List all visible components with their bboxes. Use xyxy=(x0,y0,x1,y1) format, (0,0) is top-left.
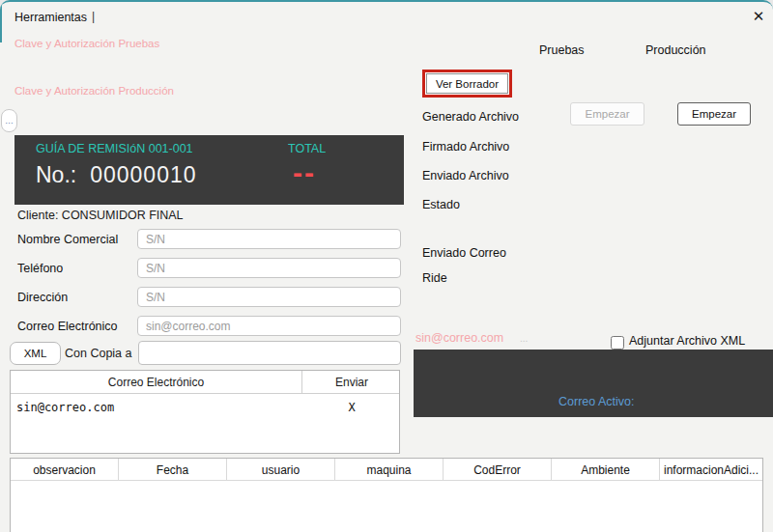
ver-borrador-highlight-box: Ver Borrador xyxy=(422,70,512,98)
xml-button[interactable]: XML xyxy=(10,342,61,365)
label-con-copia-a: Con Copia a xyxy=(65,347,132,360)
status-enviado-correo: Enviado Correo xyxy=(422,246,506,260)
input-con-copia-a[interactable] xyxy=(138,341,401,365)
menu-herramientas[interactable]: Herramientas xyxy=(14,11,87,24)
herramientas-window: Herramientas | ✕ Clave y Autorización Pr… xyxy=(0,0,773,532)
column-header-produccion: Producción xyxy=(645,43,706,57)
email-table-header: Correo Electrónico Enviar xyxy=(11,371,399,394)
menu-separator: | xyxy=(92,10,95,23)
correo-activo-label: Correo Activo: xyxy=(558,395,635,408)
correo-activo-panel: Correo Activo: xyxy=(414,350,773,417)
log-header-fecha[interactable]: Fecha xyxy=(119,459,227,481)
document-summary-panel: GUÍA DE REMISIóN 001-001 TOTAL No.:00000… xyxy=(14,135,404,205)
input-telefono[interactable] xyxy=(137,258,401,278)
column-header-pruebas: Pruebas xyxy=(539,43,585,57)
window-accent-border xyxy=(0,2,2,42)
log-header-maquina[interactable]: maquina xyxy=(335,459,444,481)
empezar-produccion-button[interactable]: Empezar xyxy=(677,102,751,126)
total-value: -- xyxy=(293,156,316,189)
adjuntar-xml-checkbox[interactable] xyxy=(611,336,624,350)
input-correo-electronico[interactable] xyxy=(137,316,401,336)
label-correo-electronico: Correo Electrónico xyxy=(17,320,118,333)
email-table-header-correo: Correo Electrónico xyxy=(11,371,302,394)
empezar-pruebas-button[interactable]: Empezar xyxy=(570,102,644,126)
more-ellipsis-button[interactable]: … xyxy=(1,109,17,132)
log-header-coderror[interactable]: CodError xyxy=(444,459,552,481)
cliente-line: Cliente: CONSUMIDOR FINAL xyxy=(17,209,184,222)
no-label: No.: xyxy=(36,162,76,187)
input-direccion[interactable] xyxy=(137,287,401,307)
dots-text: ... xyxy=(520,333,528,344)
status-firmado-archivo: Firmado Archivo xyxy=(422,140,509,154)
label-nombre-comercial: Nombre Comercial xyxy=(17,233,118,246)
adjuntar-xml-label: Adjuntar Archivo XML xyxy=(629,334,745,348)
document-title: GUÍA DE REMISIóN 001-001 xyxy=(36,142,193,155)
close-icon[interactable]: ✕ xyxy=(748,6,769,27)
total-label: TOTAL xyxy=(288,142,326,155)
document-number-line: No.:00000010 xyxy=(36,162,197,188)
correo-activo-pink-text: sin@correo.com xyxy=(415,331,503,345)
log-table-header: observacion Fecha usuario maquina CodErr… xyxy=(11,459,762,481)
input-nombre-comercial[interactable] xyxy=(137,229,401,249)
label-telefono: Teléfono xyxy=(17,262,63,275)
link-clave-autorizacion-produccion[interactable]: Clave y Autorización Producción xyxy=(14,85,174,97)
document-number: 00000010 xyxy=(90,162,196,187)
label-direccion: Dirección xyxy=(17,291,68,304)
email-table-header-enviar: Enviar xyxy=(303,371,400,394)
email-table: Correo Electrónico Enviar sin@correo.com… xyxy=(10,370,400,454)
log-table: observacion Fecha usuario maquina CodErr… xyxy=(10,458,763,532)
log-header-observacion[interactable]: observacion xyxy=(11,459,119,481)
email-table-row-correo[interactable]: sin@correo.com xyxy=(16,401,114,414)
status-estado: Estado xyxy=(422,198,460,211)
log-header-usuario[interactable]: usuario xyxy=(227,459,335,481)
email-table-row-enviar[interactable]: X xyxy=(303,401,400,414)
link-clave-autorizacion-pruebas[interactable]: Clave y Autorización Pruebas xyxy=(14,38,159,49)
log-header-informacion-adicional[interactable]: informacionAdici... xyxy=(660,459,762,481)
status-ride: Ride xyxy=(422,271,447,285)
status-generado-archivo: Generado Archivo xyxy=(422,110,519,124)
status-enviado-archivo: Enviado Archivo xyxy=(422,169,509,182)
log-header-ambiente[interactable]: Ambiente xyxy=(552,459,660,481)
ver-borrador-button[interactable]: Ver Borrador xyxy=(426,73,508,94)
